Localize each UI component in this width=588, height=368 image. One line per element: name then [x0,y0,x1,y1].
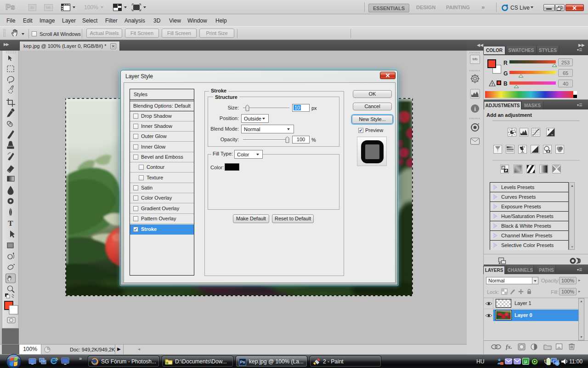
svg-text:T: T [8,219,13,228]
svg-text:!: ! [492,82,493,86]
svg-text:i: i [474,105,476,112]
